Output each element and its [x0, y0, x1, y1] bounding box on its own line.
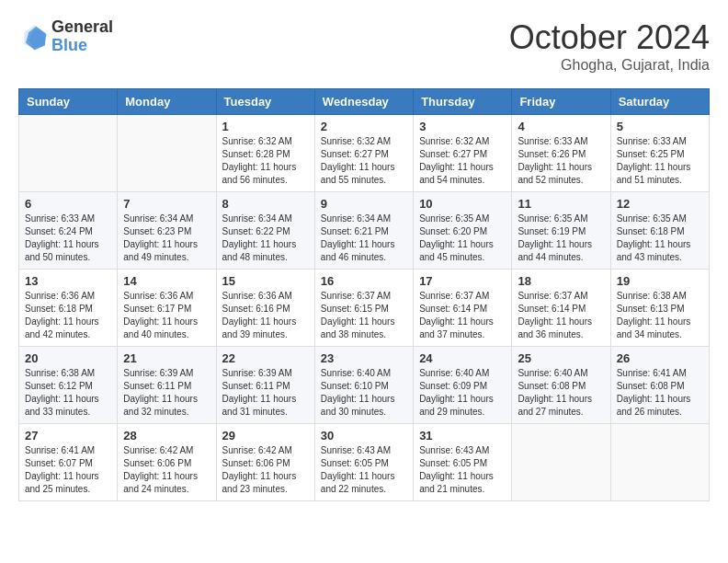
calendar-cell: 7Sunrise: 6:34 AMSunset: 6:23 PMDaylight…	[118, 192, 216, 270]
calendar-cell: 3Sunrise: 6:32 AMSunset: 6:27 PMDaylight…	[414, 115, 512, 192]
calendar-cell: 5Sunrise: 6:33 AMSunset: 6:25 PMDaylight…	[610, 115, 709, 192]
calendar-cell: 10Sunrise: 6:35 AMSunset: 6:20 PMDayligh…	[414, 192, 512, 270]
day-number: 17	[419, 274, 506, 288]
day-info: Sunrise: 6:32 AMSunset: 6:27 PMDaylight:…	[419, 135, 506, 187]
week-row-1: 1Sunrise: 6:32 AMSunset: 6:28 PMDaylight…	[19, 115, 710, 192]
calendar-cell: 22Sunrise: 6:39 AMSunset: 6:11 PMDayligh…	[216, 347, 314, 424]
calendar-cell: 29Sunrise: 6:42 AMSunset: 6:06 PMDayligh…	[216, 424, 314, 501]
calendar-cell: 24Sunrise: 6:40 AMSunset: 6:09 PMDayligh…	[414, 347, 512, 424]
day-info: Sunrise: 6:35 AMSunset: 6:20 PMDaylight:…	[419, 213, 506, 264]
day-info: Sunrise: 6:33 AMSunset: 6:25 PMDaylight:…	[617, 135, 703, 187]
calendar-cell	[118, 115, 216, 192]
calendar-cell: 16Sunrise: 6:37 AMSunset: 6:15 PMDayligh…	[314, 270, 413, 347]
day-number: 4	[518, 120, 604, 133]
weekday-header-thursday: Thursday	[414, 89, 512, 115]
day-info: Sunrise: 6:42 AMSunset: 6:06 PMDaylight:…	[123, 444, 210, 496]
calendar-cell: 23Sunrise: 6:40 AMSunset: 6:10 PMDayligh…	[314, 347, 413, 424]
calendar-cell: 1Sunrise: 6:32 AMSunset: 6:28 PMDaylight…	[216, 115, 314, 192]
calendar-cell	[19, 115, 118, 192]
calendar-cell: 6Sunrise: 6:33 AMSunset: 6:24 PMDaylight…	[19, 192, 118, 270]
day-number: 8	[222, 197, 309, 211]
day-info: Sunrise: 6:37 AMSunset: 6:14 PMDaylight:…	[518, 290, 604, 341]
day-info: Sunrise: 6:41 AMSunset: 6:08 PMDaylight:…	[617, 367, 703, 419]
day-number: 18	[518, 274, 604, 288]
calendar-cell: 31Sunrise: 6:43 AMSunset: 6:05 PMDayligh…	[414, 424, 512, 501]
month-title: October 2024	[509, 18, 710, 57]
location-subtitle: Ghogha, Gujarat, India	[509, 57, 710, 74]
logo-icon	[18, 22, 48, 52]
logo: General Blue	[18, 18, 113, 55]
day-info: Sunrise: 6:37 AMSunset: 6:15 PMDaylight:…	[321, 290, 407, 341]
day-number: 15	[222, 274, 309, 288]
logo-text: General Blue	[51, 18, 113, 55]
calendar-cell: 28Sunrise: 6:42 AMSunset: 6:06 PMDayligh…	[118, 424, 216, 501]
day-number: 2	[321, 120, 407, 133]
day-number: 27	[25, 429, 111, 442]
day-info: Sunrise: 6:42 AMSunset: 6:06 PMDaylight:…	[222, 444, 309, 496]
day-number: 6	[25, 197, 111, 211]
calendar-cell: 9Sunrise: 6:34 AMSunset: 6:21 PMDaylight…	[314, 192, 413, 270]
calendar-cell: 14Sunrise: 6:36 AMSunset: 6:17 PMDayligh…	[118, 270, 216, 347]
day-number: 14	[123, 274, 210, 288]
weekday-header-sunday: Sunday	[19, 89, 118, 115]
day-info: Sunrise: 6:43 AMSunset: 6:05 PMDaylight:…	[419, 444, 506, 496]
day-number: 24	[419, 351, 506, 365]
calendar-cell: 30Sunrise: 6:43 AMSunset: 6:05 PMDayligh…	[314, 424, 413, 501]
day-info: Sunrise: 6:39 AMSunset: 6:11 PMDaylight:…	[123, 367, 210, 419]
calendar-cell: 17Sunrise: 6:37 AMSunset: 6:14 PMDayligh…	[414, 270, 512, 347]
calendar-cell: 21Sunrise: 6:39 AMSunset: 6:11 PMDayligh…	[118, 347, 216, 424]
day-info: Sunrise: 6:35 AMSunset: 6:19 PMDaylight:…	[518, 213, 604, 264]
calendar-cell: 27Sunrise: 6:41 AMSunset: 6:07 PMDayligh…	[19, 424, 118, 501]
calendar-cell	[512, 424, 610, 501]
day-info: Sunrise: 6:36 AMSunset: 6:16 PMDaylight:…	[222, 290, 309, 341]
weekday-header-saturday: Saturday	[610, 89, 709, 115]
calendar-cell: 20Sunrise: 6:38 AMSunset: 6:12 PMDayligh…	[19, 347, 118, 424]
day-info: Sunrise: 6:34 AMSunset: 6:23 PMDaylight:…	[123, 213, 210, 264]
day-number: 10	[419, 197, 506, 211]
day-info: Sunrise: 6:41 AMSunset: 6:07 PMDaylight:…	[25, 444, 111, 496]
weekday-header-monday: Monday	[118, 89, 216, 115]
week-row-4: 20Sunrise: 6:38 AMSunset: 6:12 PMDayligh…	[19, 347, 710, 424]
day-info: Sunrise: 6:34 AMSunset: 6:22 PMDaylight:…	[222, 213, 309, 264]
day-info: Sunrise: 6:40 AMSunset: 6:10 PMDaylight:…	[321, 367, 407, 419]
day-info: Sunrise: 6:38 AMSunset: 6:12 PMDaylight:…	[25, 367, 111, 419]
day-info: Sunrise: 6:34 AMSunset: 6:21 PMDaylight:…	[321, 213, 407, 264]
weekday-header-friday: Friday	[512, 89, 610, 115]
week-row-5: 27Sunrise: 6:41 AMSunset: 6:07 PMDayligh…	[19, 424, 710, 501]
day-number: 22	[222, 351, 309, 365]
calendar-cell: 15Sunrise: 6:36 AMSunset: 6:16 PMDayligh…	[216, 270, 314, 347]
day-info: Sunrise: 6:38 AMSunset: 6:13 PMDaylight:…	[617, 290, 703, 341]
day-info: Sunrise: 6:33 AMSunset: 6:24 PMDaylight:…	[25, 213, 111, 264]
week-row-3: 13Sunrise: 6:36 AMSunset: 6:18 PMDayligh…	[19, 270, 710, 347]
day-info: Sunrise: 6:43 AMSunset: 6:05 PMDaylight:…	[321, 444, 407, 496]
day-number: 7	[123, 197, 210, 211]
day-info: Sunrise: 6:32 AMSunset: 6:28 PMDaylight:…	[222, 135, 309, 187]
calendar-cell: 25Sunrise: 6:40 AMSunset: 6:08 PMDayligh…	[512, 347, 610, 424]
day-number: 31	[419, 429, 506, 442]
title-block: October 2024 Ghogha, Gujarat, India	[509, 18, 710, 74]
calendar-table: SundayMondayTuesdayWednesdayThursdayFrid…	[18, 88, 710, 501]
calendar-cell: 12Sunrise: 6:35 AMSunset: 6:18 PMDayligh…	[610, 192, 709, 270]
calendar-cell: 26Sunrise: 6:41 AMSunset: 6:08 PMDayligh…	[610, 347, 709, 424]
calendar-cell: 19Sunrise: 6:38 AMSunset: 6:13 PMDayligh…	[610, 270, 709, 347]
day-info: Sunrise: 6:32 AMSunset: 6:27 PMDaylight:…	[321, 135, 407, 187]
day-number: 19	[617, 274, 703, 288]
day-info: Sunrise: 6:39 AMSunset: 6:11 PMDaylight:…	[222, 367, 309, 419]
calendar-cell: 18Sunrise: 6:37 AMSunset: 6:14 PMDayligh…	[512, 270, 610, 347]
day-number: 25	[518, 351, 604, 365]
day-number: 20	[25, 351, 111, 365]
day-info: Sunrise: 6:37 AMSunset: 6:14 PMDaylight:…	[419, 290, 506, 341]
day-number: 1	[222, 120, 309, 133]
weekday-header-tuesday: Tuesday	[216, 89, 314, 115]
day-info: Sunrise: 6:40 AMSunset: 6:09 PMDaylight:…	[419, 367, 506, 419]
day-number: 11	[518, 197, 604, 211]
day-number: 23	[321, 351, 407, 365]
day-number: 3	[419, 120, 506, 133]
calendar-cell: 2Sunrise: 6:32 AMSunset: 6:27 PMDaylight…	[314, 115, 413, 192]
day-number: 30	[321, 429, 407, 442]
day-number: 12	[617, 197, 703, 211]
week-row-2: 6Sunrise: 6:33 AMSunset: 6:24 PMDaylight…	[19, 192, 710, 270]
day-number: 28	[123, 429, 210, 442]
day-info: Sunrise: 6:36 AMSunset: 6:18 PMDaylight:…	[25, 290, 111, 341]
calendar-cell: 4Sunrise: 6:33 AMSunset: 6:26 PMDaylight…	[512, 115, 610, 192]
